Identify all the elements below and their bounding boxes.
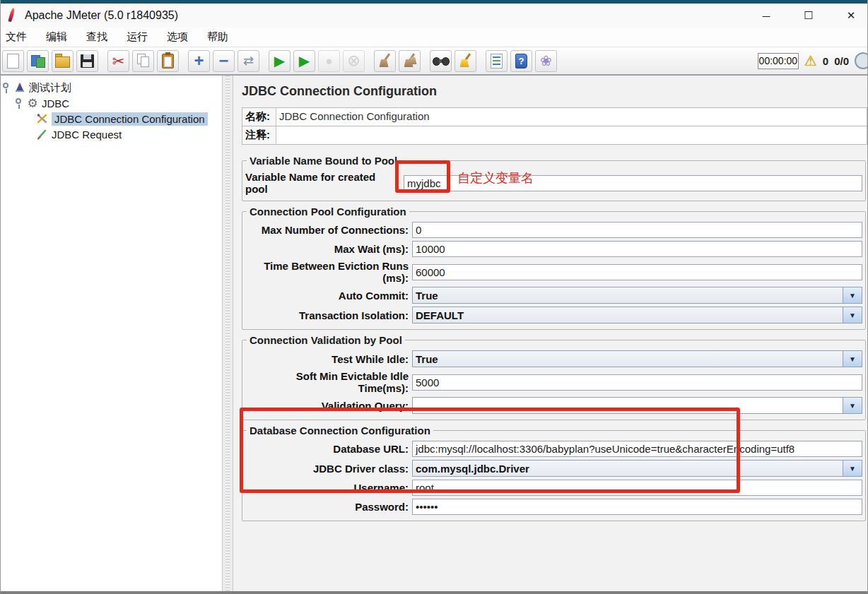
tree-node-label-selected: JDBC Connection Configuration [52, 112, 208, 126]
menu-edit[interactable]: 编辑 [45, 29, 69, 45]
menu-help[interactable]: 帮助 [206, 29, 230, 45]
chevron-down-icon[interactable]: ▼ [843, 287, 862, 303]
copy-icon [136, 54, 151, 68]
menu-file[interactable]: 文件 [4, 29, 28, 45]
jdbc-driver-class-value: com.mysql.jdbc.Driver [413, 463, 843, 475]
soft-min-evictable-input[interactable] [412, 374, 862, 391]
jmeter-window: Apache JMeter (5.0 r1840935) ─ ☐ ✕ 文件 编辑… [0, 0, 868, 594]
copy-button[interactable] [132, 50, 154, 72]
variable-name-input[interactable] [404, 175, 862, 191]
paste-button[interactable] [157, 50, 179, 72]
close-button[interactable]: ✕ [845, 9, 857, 22]
tree-node-label: 测试计划 [29, 81, 71, 95]
thread-count: 0/0 [834, 55, 849, 67]
chevron-down-icon[interactable]: ▼ [843, 351, 862, 367]
minimize-button[interactable]: ─ [760, 10, 773, 22]
test-while-idle-label: Test While Idle: [245, 353, 412, 365]
eviction-runs-input[interactable] [412, 264, 862, 280]
function-helper-button[interactable] [486, 50, 508, 72]
password-input[interactable] [412, 499, 862, 515]
max-wait-input[interactable] [412, 241, 862, 257]
tree-node-jdbc[interactable]: ⚙ JDBC [1, 95, 222, 111]
chevron-down-icon[interactable]: ▼ [843, 398, 862, 413]
tree-node-label: JDBC Request [52, 129, 122, 141]
tree-toggle-icon[interactable] [13, 98, 23, 108]
section-title: Variable Name Bound to Pool [247, 155, 400, 167]
tree-toggle-icon[interactable] [1, 83, 11, 93]
tree-node-jdbc-request[interactable]: JDBC Request [1, 126, 222, 142]
menu-run[interactable]: 运行 [125, 29, 149, 45]
max-wait-label: Max Wait (ms): [245, 243, 412, 255]
cut-scissors-icon: ✂ [112, 54, 125, 69]
expand-button[interactable]: + [188, 50, 210, 72]
max-connections-input[interactable] [412, 222, 862, 238]
new-file-button[interactable] [2, 50, 24, 72]
collapse-button[interactable]: − [213, 50, 235, 72]
clear-button[interactable] [374, 50, 396, 72]
name-row: 名称: JDBC Connection Configuration [242, 107, 867, 126]
save-floppy-icon [81, 54, 94, 68]
validation-query-combo[interactable]: ▼ [412, 397, 862, 414]
auto-commit-select[interactable]: True ▼ [412, 287, 862, 304]
elapsed-timer: 00:00:00 [758, 53, 799, 69]
tree-node-jdbc-connection-configuration[interactable]: JDBC Connection Configuration [1, 111, 222, 126]
start-button[interactable]: ▶ [269, 50, 291, 72]
reset-search-button[interactable] [454, 50, 476, 72]
search-binoculars-icon [433, 57, 450, 67]
transaction-isolation-select[interactable]: DEFAULT ▼ [412, 307, 862, 323]
clear-all-button[interactable] [399, 50, 421, 72]
new-file-icon [7, 54, 19, 69]
username-label: Username: [245, 482, 412, 494]
page-title: JDBC Connection Configuration [242, 84, 867, 99]
auto-commit-value: True [413, 290, 843, 302]
minus-icon: − [218, 52, 228, 69]
function-helper-icon [491, 54, 503, 69]
password-label: Password: [245, 501, 412, 513]
start-no-timers-icon: ▶ [299, 54, 310, 68]
auto-commit-label: Auto Commit: [245, 290, 412, 302]
flower-icon: ❀ [540, 54, 552, 68]
templates-button[interactable] [27, 50, 49, 72]
maximize-button[interactable]: ☐ [802, 9, 815, 22]
toggle-button[interactable]: ⇄ [237, 50, 259, 72]
open-file-button[interactable] [52, 50, 74, 72]
search-button[interactable] [430, 50, 452, 72]
paste-clipboard-icon [162, 54, 174, 69]
cut-button[interactable]: ✂ [107, 50, 129, 72]
jdbc-config-panel: JDBC Connection Configuration 名称: JDBC C… [233, 76, 867, 594]
comments-field[interactable] [276, 126, 867, 144]
stop-button[interactable]: ● [318, 50, 340, 72]
save-button[interactable] [76, 50, 98, 72]
name-field[interactable]: JDBC Connection Configuration [276, 108, 867, 126]
name-label: 名称: [242, 108, 276, 126]
test-while-idle-select[interactable]: True ▼ [412, 350, 862, 367]
help-book-icon: ? [515, 54, 527, 69]
jdbc-driver-class-label: JDBC Driver class: [245, 463, 412, 475]
tree-node-test-plan[interactable]: 测试计划 [1, 80, 222, 95]
error-count: 0 [823, 55, 828, 67]
sampler-pencil-icon [36, 128, 49, 141]
menu-search[interactable]: 查找 [85, 29, 109, 45]
clear-all-brooms-icon [402, 53, 418, 69]
plus-icon: + [194, 52, 204, 69]
chevron-down-icon[interactable]: ▼ [843, 461, 862, 476]
username-input[interactable] [412, 480, 862, 496]
about-button[interactable]: ❀ [535, 50, 557, 72]
warning-icon[interactable]: ⚠ [804, 52, 817, 69]
help-button[interactable]: ? [510, 50, 532, 72]
jdbc-driver-class-select[interactable]: com.mysql.jdbc.Driver ▼ [412, 460, 862, 477]
start-no-timers-button[interactable]: ▶ [293, 50, 315, 72]
shutdown-button[interactable]: ⊗ [343, 50, 365, 72]
panel-splitter[interactable] [222, 76, 233, 594]
config-tools-icon [36, 112, 49, 125]
stop-icon: ● [325, 55, 332, 67]
tree-node-label: JDBC [42, 97, 69, 109]
menu-options[interactable]: 选项 [165, 29, 189, 45]
title-bar: Apache JMeter (5.0 r1840935) ─ ☐ ✕ [1, 4, 867, 28]
database-url-input[interactable] [412, 441, 862, 457]
reset-search-broom-icon [458, 53, 474, 69]
shutdown-icon: ⊗ [347, 53, 360, 69]
comments-row: 注释: [242, 126, 867, 145]
section-title: Database Connection Configuration [247, 424, 433, 436]
chevron-down-icon[interactable]: ▼ [843, 307, 862, 323]
